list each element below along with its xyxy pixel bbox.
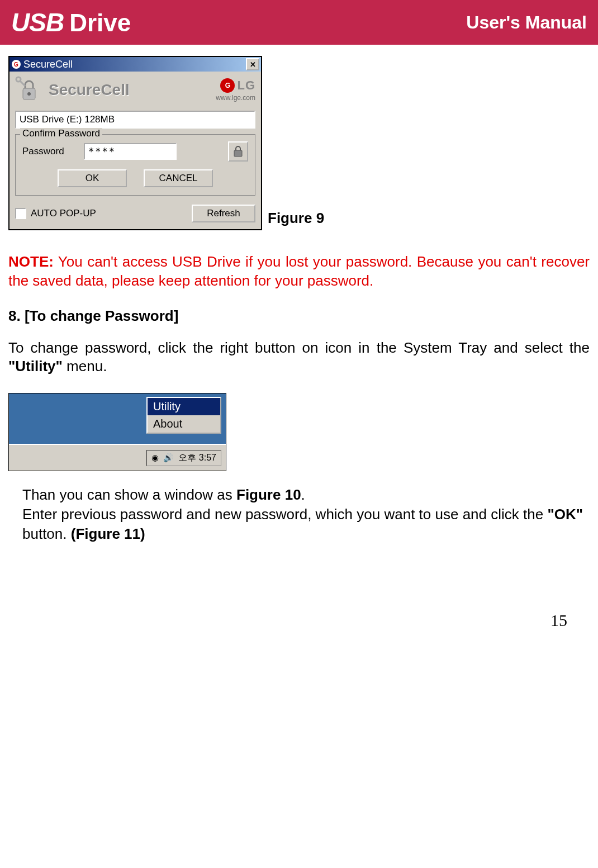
password-label: Password [22, 146, 78, 157]
lg-brand: G LG www.lge.com [216, 78, 255, 102]
logo-drive-text: Drive [69, 9, 131, 37]
dialog-titlebar: G SecureCell ✕ [10, 57, 261, 72]
section-number: 8 [8, 307, 16, 324]
page-number: 15 [8, 611, 590, 630]
key-lock-icon [15, 76, 43, 104]
securecell-dialog: G SecureCell ✕ [8, 56, 262, 230]
context-menu: Utility About [146, 397, 221, 434]
tray-clock: 오후 3:57 [178, 452, 216, 464]
logo-usb-text: USB [11, 7, 64, 37]
page-header: USB Drive User's Manual [0, 0, 598, 45]
note-text: You can't access USB Drive if you lost y… [8, 253, 590, 289]
section-8-heading: 8. [To change Password] [8, 307, 590, 325]
auto-popup-checkbox[interactable]: AUTO POP-UP [15, 208, 96, 219]
lock-button[interactable] [228, 141, 248, 162]
lg-logo-icon: G [220, 78, 235, 93]
lg-logo-text: LG [237, 78, 255, 93]
paragraph-figure10: Than you can show a window as Figure 10.… [22, 485, 590, 544]
manual-title: User's Manual [466, 12, 587, 33]
usb-drive-logo: USB Drive [11, 7, 131, 37]
tray-lg-icon[interactable]: ◉ [151, 453, 159, 463]
svg-rect-3 [234, 150, 242, 156]
password-input[interactable]: **** [84, 143, 177, 160]
lock-icon [232, 145, 244, 158]
securecell-brand-text: SecureCell [49, 81, 130, 99]
fieldset-legend: Confirm Password [20, 128, 102, 139]
checkbox-icon [15, 208, 26, 219]
drive-info-field[interactable]: USB Drive (E:) 128MB [15, 111, 255, 129]
menu-item-utility[interactable]: Utility [148, 398, 220, 415]
confirm-password-fieldset: Confirm Password Password **** OK [15, 134, 255, 196]
figure-9-container: G SecureCell ✕ [8, 56, 590, 230]
securecell-brand: SecureCell [15, 76, 130, 104]
menu-item-about[interactable]: About [148, 415, 220, 433]
paragraph-change-password: To change password, click the right butt… [8, 339, 590, 377]
figure-9-label: Figure 9 [268, 210, 324, 227]
auto-popup-label: AUTO POP-UP [31, 208, 96, 219]
system-tray: ◉ 🔊 오후 3:57 [146, 450, 221, 466]
taskbar: ◉ 🔊 오후 3:57 [9, 444, 226, 471]
refresh-button[interactable]: Refresh [192, 205, 255, 222]
system-tray-screenshot: Utility About ◉ 🔊 오후 3:57 [8, 393, 226, 471]
cancel-button[interactable]: CANCEL [144, 169, 213, 187]
ok-button[interactable]: OK [58, 169, 127, 187]
tray-volume-icon[interactable]: 🔊 [163, 453, 174, 463]
note-block: NOTE: You can't access USB Drive if you … [8, 253, 590, 291]
note-label: NOTE: [8, 253, 54, 270]
svg-point-2 [16, 77, 21, 82]
lg-titlebar-icon: G [12, 60, 21, 69]
section-title: . [To change Password] [16, 307, 178, 324]
close-button[interactable]: ✕ [246, 58, 259, 70]
dialog-title: SecureCell [23, 59, 73, 70]
lg-url: www.lge.com [216, 94, 255, 102]
svg-point-1 [27, 92, 31, 96]
